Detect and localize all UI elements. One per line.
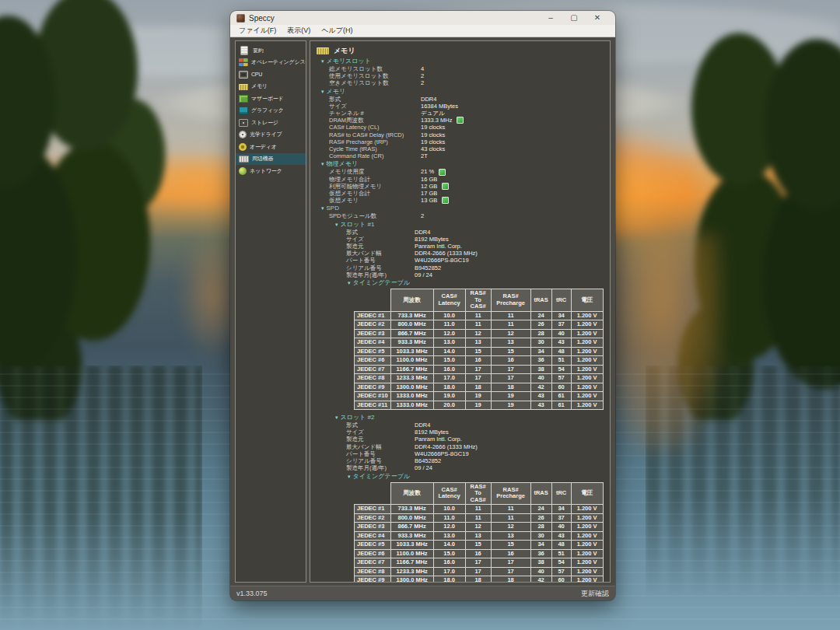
timing-cell: 17.0 <box>433 374 465 383</box>
property-label: サイズ <box>346 236 415 243</box>
timing-cell: 19 <box>465 392 491 401</box>
sidebar-item-storage[interactable]: ストレージ <box>236 117 306 129</box>
jedec-label: JEDEC #11 <box>355 401 391 410</box>
table-row: JEDEC #91300.0 MHz18.0181842601.200 V <box>355 383 604 392</box>
status-led-icon <box>442 183 449 190</box>
timing-cell: 11 <box>491 505 530 514</box>
section-title: タイミングテーブル <box>353 278 411 287</box>
table-row: JEDEC #2800.0 MHz11.0111126371.200 V <box>355 320 604 330</box>
timing-cell: 11 <box>465 320 491 330</box>
timing-cell: 1100.0 MHz <box>390 549 433 558</box>
timing-cell: 43 <box>530 401 551 410</box>
property-label: 製造元 <box>346 436 415 443</box>
section-header[interactable]: ▾スロット #2 <box>310 413 610 422</box>
property-value: B6452852 <box>415 457 441 464</box>
sidebar-item-memory[interactable]: メモリ <box>236 81 306 93</box>
property-label: 仮想メモリ <box>329 197 421 204</box>
property-row: シリアル番号B9452852 <box>310 264 610 271</box>
timing-cell: 17 <box>465 567 491 576</box>
sidebar-item-label: オペレーティングシステム <box>251 58 306 66</box>
menu-item[interactable]: ファイル(F) <box>233 25 282 37</box>
titlebar[interactable]: Speccy – ▢ ✕ <box>230 11 615 25</box>
sidebar-item-label: メモリ <box>251 82 268 90</box>
timing-cell: 11 <box>465 505 491 514</box>
sidebar-item-label: CPU <box>251 72 262 77</box>
sidebar-item-optical-drive[interactable]: 光学ドライブ <box>236 129 306 142</box>
cpu-icon <box>239 71 248 79</box>
table-row: JEDEC #91300.0 MHz18.0181842601.200 V <box>355 576 604 583</box>
jedec-label: JEDEC #2 <box>355 513 391 523</box>
section-header[interactable]: ▾メモリスロット <box>310 57 610 65</box>
timing-cell: 10.0 <box>433 311 465 320</box>
timing-cell: 34 <box>530 347 551 356</box>
property-row: パート番号W4U2666PS-8GC19 <box>310 257 610 264</box>
timing-cell: 15.0 <box>433 549 465 558</box>
section-header[interactable]: ▾タイミングテーブル <box>310 472 610 481</box>
timing-cell: 733.3 MHz <box>390 505 433 514</box>
statusbar: v1.33.075 更新確認 <box>230 586 615 600</box>
jedec-label: JEDEC #7 <box>355 558 391 568</box>
timing-cell: 1.200 V <box>571 576 603 583</box>
table-row: JEDEC #2800.0 MHz11.0111126371.200 V <box>355 513 604 523</box>
timing-cell: 1.200 V <box>571 401 603 410</box>
sidebar-item-label: 要約 <box>253 47 264 54</box>
jedec-label: JEDEC #8 <box>355 374 391 383</box>
menu-item[interactable]: 表示(V) <box>282 25 316 37</box>
timing-cell: 11 <box>465 513 491 523</box>
property-row: RAS# to CAS# Delay (tRCD)19 clocks <box>310 131 610 138</box>
window-content: 要約オペレーティングシステムCPUメモリマザーボードグラフィックストレージ光学ド… <box>230 37 615 586</box>
menu-item[interactable]: ヘルプ(H) <box>316 25 358 37</box>
sidebar-item-os[interactable]: オペレーティングシステム <box>236 57 306 69</box>
status-led-icon <box>457 117 464 124</box>
jedec-label: JEDEC #3 <box>355 329 391 338</box>
audio-icon <box>239 143 247 151</box>
network-icon <box>239 167 247 175</box>
collapse-arrow-icon: ▾ <box>321 87 324 96</box>
table-row: JEDEC #101333.0 MHz19.0191943611.200 V <box>355 392 604 401</box>
property-label: RAS# to CAS# Delay (tRCD) <box>329 131 421 138</box>
section-header[interactable]: ▾SPD <box>310 204 610 212</box>
maximize-button[interactable]: ▢ <box>562 11 586 25</box>
sidebar-item-motherboard[interactable]: マザーボード <box>236 93 306 105</box>
timing-cell: 19 <box>465 401 491 410</box>
property-row: 仮想メモリ合計17 GB <box>310 190 610 197</box>
timing-cell: 16.0 <box>433 365 465 374</box>
close-button[interactable]: ✕ <box>586 11 609 25</box>
minimize-button[interactable]: – <box>539 11 562 25</box>
timing-cell: 24 <box>530 311 551 320</box>
property-row: RAS# Precharge (tRP)19 clocks <box>310 138 610 145</box>
timing-header-row: 周波数CAS# LatencyRAS# To CAS#RAS# Precharg… <box>355 289 604 312</box>
timing-cell: 800.0 MHz <box>390 320 433 330</box>
sidebar-item-cpu[interactable]: CPU <box>236 68 306 81</box>
section-header[interactable]: ▾スロット #1 <box>310 220 610 229</box>
timing-col-header: 電圧 <box>571 289 603 312</box>
timing-cell: 1.200 V <box>571 338 603 348</box>
property-label: 使用メモリスロット数 <box>329 72 421 79</box>
timing-cell: 12 <box>465 523 491 532</box>
sidebar-item-summary[interactable]: 要約 <box>236 44 306 57</box>
timing-col-header <box>355 482 391 505</box>
sidebar-item-network[interactable]: ネットワーク <box>236 165 306 177</box>
timing-cell: 37 <box>551 513 571 523</box>
timing-cell: 1166.7 MHz <box>390 558 433 568</box>
timing-cell: 28 <box>530 329 551 338</box>
timing-cell: 1033.3 MHz <box>390 347 433 356</box>
property-row: CAS# Latency (CL)19 clocks <box>310 124 610 131</box>
sidebar-item-peripherals[interactable]: 周辺機器 <box>236 153 306 166</box>
check-updates-link[interactable]: 更新確認 <box>581 589 609 599</box>
property-label: 形式 <box>346 422 415 429</box>
timing-cell: 16 <box>491 549 530 558</box>
property-label: 空きメモリスロット数 <box>329 79 421 86</box>
section-header[interactable]: ▾タイミングテーブル <box>310 278 610 287</box>
table-row: JEDEC #4933.3 MHz13.0131330431.200 V <box>355 338 604 348</box>
table-row: JEDEC #81233.3 MHz17.0171740571.200 V <box>355 567 604 576</box>
timing-cell: 1.200 V <box>571 347 603 356</box>
sidebar-item-graphics[interactable]: グラフィック <box>236 105 306 117</box>
section-header[interactable]: ▾メモリ <box>310 87 610 96</box>
property-label: チャンネル # <box>329 110 421 117</box>
sidebar-item-audio[interactable]: オーディオ <box>236 141 306 153</box>
timing-cell: 15 <box>465 347 491 356</box>
timing-cell: 13.0 <box>433 338 465 348</box>
property-row: 利用可能物理メモリ12 GB <box>310 183 610 190</box>
section-header[interactable]: ▾物理メモリ <box>310 159 610 168</box>
